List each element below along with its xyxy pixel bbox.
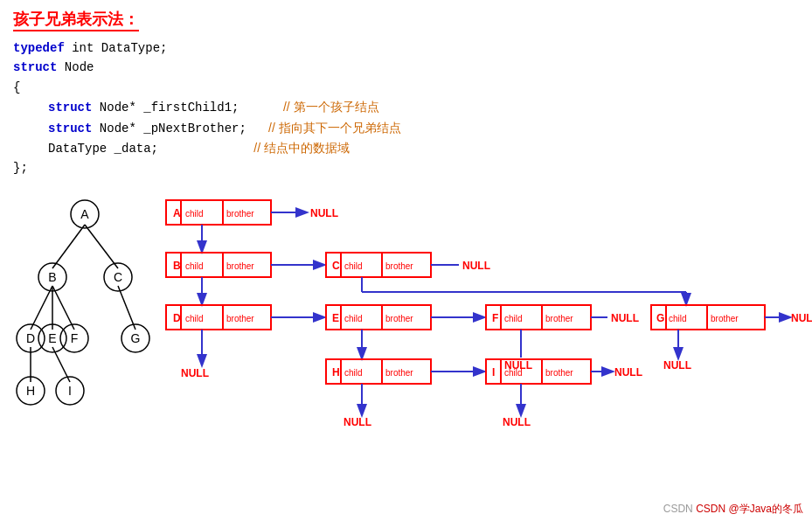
svg-text:I: I [492, 366, 495, 379]
svg-text:brother: brother [385, 314, 413, 323]
svg-text:child: child [504, 314, 523, 323]
code-line-4: struct Node* _firstChild1; // 第一个孩子结点 [13, 97, 799, 117]
svg-text:child: child [344, 368, 363, 378]
svg-text:F: F [492, 312, 498, 324]
svg-text:G: G [131, 331, 141, 345]
svg-text:child: child [185, 261, 204, 271]
svg-text:child: child [344, 261, 363, 271]
svg-text:A: A [173, 207, 181, 219]
svg-text:C: C [114, 270, 122, 284]
svg-text:NULL: NULL [791, 312, 812, 324]
code-line-7: }; [13, 158, 799, 177]
svg-line-5 [118, 286, 135, 330]
svg-text:NULL: NULL [310, 207, 338, 219]
tree-diagram: A B C D E F G H I [13, 191, 157, 427]
code-line-3: { [13, 78, 799, 97]
code-block: typedef int DataType; struct Node { stru… [13, 38, 799, 178]
svg-text:B: B [173, 260, 181, 272]
svg-text:brother: brother [226, 314, 254, 323]
svg-text:brother: brother [545, 314, 573, 323]
page-container: 孩子兄弟表示法： typedef int DataType; struct No… [0, 0, 812, 521]
svg-text:NULL: NULL [181, 367, 209, 379]
svg-text:brother: brother [385, 261, 413, 271]
svg-text:NULL: NULL [462, 260, 490, 272]
svg-text:B: B [48, 270, 56, 284]
svg-text:E: E [332, 312, 339, 324]
svg-line-0 [52, 225, 85, 268]
svg-text:NULL: NULL [611, 312, 639, 324]
svg-text:NULL: NULL [614, 366, 642, 379]
code-line-5: struct Node* _pNextBrother; // 指向其下一个兄弟结… [13, 118, 799, 138]
svg-text:I: I [68, 384, 72, 398]
code-line-2: struct Node [13, 58, 799, 77]
svg-text:D: D [173, 312, 181, 324]
svg-text:H: H [332, 366, 340, 379]
code-line-6: DataType _data; // 结点中的数据域 [13, 138, 799, 158]
svg-text:NULL: NULL [503, 416, 531, 428]
svg-text:D: D [26, 331, 35, 345]
code-line-1: typedef int DataType; [13, 38, 799, 58]
watermark: CSDN CSDN @学Java的冬瓜 [663, 502, 803, 517]
svg-text:C: C [332, 260, 340, 272]
page-title: 孩子兄弟表示法： [13, 9, 139, 31]
svg-text:brother: brother [711, 314, 739, 323]
svg-text:F: F [71, 331, 79, 345]
linked-list-diagram: A child brother NULL B child brother C c… [162, 191, 812, 445]
svg-line-4 [52, 286, 74, 330]
svg-text:child: child [344, 314, 363, 323]
svg-text:brother: brother [226, 261, 254, 271]
svg-text:child: child [669, 314, 687, 323]
svg-text:H: H [26, 384, 35, 398]
svg-text:child: child [504, 368, 523, 378]
svg-text:brother: brother [385, 368, 413, 378]
svg-text:NULL: NULL [663, 359, 691, 372]
svg-text:G: G [656, 312, 664, 324]
diagram-area: A B C D E F G H I [13, 191, 812, 445]
svg-text:NULL: NULL [344, 416, 371, 428]
svg-text:A: A [80, 207, 89, 221]
svg-line-2 [31, 286, 52, 330]
svg-text:brother: brother [226, 209, 254, 219]
svg-text:brother: brother [545, 368, 573, 378]
svg-text:E: E [48, 331, 56, 345]
svg-text:child: child [185, 209, 204, 219]
svg-text:child: child [185, 314, 204, 323]
svg-line-1 [85, 225, 118, 268]
